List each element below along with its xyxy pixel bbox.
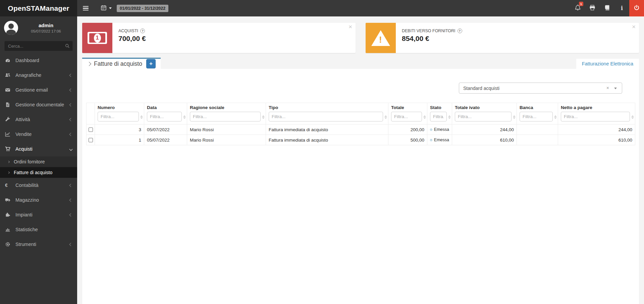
clear-icon[interactable] (606, 85, 609, 91)
caret-down-icon (614, 88, 617, 89)
chevron-left-icon (69, 133, 73, 136)
view-select[interactable]: Standard acquisti (459, 83, 622, 94)
user-panel: admin 05/07/2022 17:06 (0, 16, 77, 38)
info-box-debiti: DEBITI VERSO FORNITORI 854,00 € (366, 23, 639, 53)
sidebar-item-gestione-email[interactable]: Gestione email (0, 83, 77, 97)
manual-button[interactable] (600, 0, 614, 16)
sidebar-item-strumenti[interactable]: Strumenti (0, 237, 77, 252)
sidebar-search (4, 41, 73, 51)
gear-icon (5, 242, 12, 247)
user-datetime: 05/07/2022 17:06 (18, 29, 74, 33)
sidebar-item-label: Statistiche (15, 227, 38, 232)
chevron-right-icon (7, 160, 10, 163)
sidebar-subitem-ordini-fornitore[interactable]: Ordini fornitore (0, 156, 77, 167)
filter-input-netto-a-pagare[interactable] (561, 112, 630, 121)
chevron-left-icon (69, 184, 73, 187)
filter-input-stato[interactable] (430, 112, 447, 121)
table-row[interactable]: 1 05/07/2022 Mario Rossi Fattura immedia… (87, 135, 635, 145)
logout-button[interactable] (629, 0, 644, 16)
select-all-header (87, 103, 95, 124)
close-icon[interactable] (632, 23, 636, 31)
users-icon (5, 72, 12, 78)
help-icon[interactable] (458, 29, 462, 33)
chevron-left-icon (69, 198, 73, 202)
document-icon (5, 102, 12, 107)
chevron-left-icon (69, 118, 73, 121)
column-header-netto-a-pagare[interactable]: Netto a pagare (558, 103, 635, 124)
notifications-button[interactable]: 1 (570, 0, 585, 16)
chevron-left-icon (69, 103, 73, 106)
wrench-icon (5, 117, 12, 122)
tab-fatture-di-acquisto[interactable]: Fatture di acquisto + (82, 58, 161, 69)
search-input[interactable] (4, 41, 73, 51)
fatturazione-elettronica-link[interactable]: Fatturazione Elettronica (582, 61, 633, 66)
filter-input-totale[interactable] (391, 112, 422, 121)
sidebar-item-impianti[interactable]: Impianti (0, 207, 77, 222)
sidebar-item-label: Attività (15, 117, 30, 122)
info-button[interactable] (614, 0, 629, 16)
view-select-value: Standard acquisti (463, 86, 499, 91)
filter-input-totale-ivato[interactable] (455, 112, 512, 121)
add-invoice-button[interactable]: + (146, 59, 156, 68)
warning-icon (366, 23, 396, 53)
sidebar-item-anagrafiche[interactable]: Anagrafiche (0, 68, 77, 83)
app-logo[interactable]: OpenSTAManager (0, 0, 77, 16)
sidebar-subitem-label: Fatture di acquisto (14, 170, 52, 175)
filter-input-tipo[interactable] (269, 112, 383, 121)
clock-icon (430, 138, 432, 142)
sidebar-item-magazzino[interactable]: Magazzino (0, 193, 77, 207)
sidebar-item-attivita[interactable]: Attività (0, 112, 77, 127)
money-bill-icon (82, 23, 112, 53)
row-checkbox[interactable] (89, 128, 93, 132)
euro-icon (5, 183, 12, 188)
sidebar-item-dashboard[interactable]: Dashboard (0, 53, 77, 68)
column-header-data[interactable]: Data (144, 103, 187, 124)
sidebar-item-statistiche[interactable]: Statistiche (0, 222, 77, 237)
filter-input-ragione-sociale[interactable] (190, 112, 261, 121)
caret-down-icon (109, 7, 112, 9)
chevron-left-icon (69, 73, 73, 77)
hamburger-menu-button[interactable] (78, 0, 93, 16)
column-header-stato[interactable]: Stato (427, 103, 452, 124)
envelope-icon (5, 87, 12, 93)
main-content: ACQUISTI 700,00 € DEBITI VERSO FORNITORI… (77, 16, 644, 304)
info-box-value: 700,00 € (118, 35, 146, 43)
invoices-table-wrap: Numero Data Ragione sociale (86, 103, 635, 145)
info-box-label: DEBITI VERSO FORNITORI (402, 29, 455, 33)
sidebar-subitem-fatture-di-acquisto[interactable]: Fatture di acquisto (0, 167, 77, 178)
sidebar-item-label: Gestione documentale (15, 102, 64, 107)
column-header-totale-ivato[interactable]: Totale ivato (452, 103, 517, 124)
chevron-left-icon (69, 88, 73, 92)
column-header-banca[interactable]: Banca (517, 103, 558, 124)
tab-fatturazione-elettronica: Fatturazione Elettronica (576, 59, 639, 69)
help-icon[interactable] (140, 29, 145, 33)
filter-input-banca[interactable] (520, 112, 553, 121)
sidebar-item-acquisti[interactable]: Acquisti (0, 142, 77, 156)
sort-icons (262, 115, 265, 119)
sidebar-item-contabilita[interactable]: Contabilità (0, 178, 77, 193)
column-header-ragione-sociale[interactable]: Ragione sociale (187, 103, 266, 124)
invoices-table: Numero Data Ragione sociale (86, 103, 635, 145)
status-badge: Emessa (430, 126, 449, 133)
filter-input-data[interactable] (147, 112, 182, 121)
filter-input-numero[interactable] (98, 112, 139, 121)
sidebar-item-gestione-documentale[interactable]: Gestione documentale (0, 97, 77, 112)
column-header-tipo[interactable]: Tipo (266, 103, 388, 124)
sort-icons (513, 115, 516, 119)
truck-icon (5, 197, 12, 203)
row-checkbox[interactable] (89, 138, 93, 142)
notification-count-badge: 1 (579, 2, 583, 6)
print-button[interactable] (585, 0, 600, 16)
column-header-totale[interactable]: Totale (388, 103, 427, 124)
user-name: admin (18, 22, 74, 28)
chevron-left-icon (69, 213, 73, 216)
table-row[interactable]: 3 05/07/2022 Mario Rossi Fattura immedia… (87, 124, 635, 135)
calendar-button[interactable] (101, 5, 112, 12)
sidebar-item-label: Contabilità (15, 183, 39, 188)
column-header-numero[interactable]: Numero (95, 103, 144, 124)
sidebar-item-label: Vendite (15, 132, 32, 137)
sidebar-item-label: Magazzino (15, 197, 39, 203)
close-icon[interactable] (348, 23, 352, 31)
bar-chart-icon (5, 227, 12, 232)
sidebar-item-vendite[interactable]: Vendite (0, 127, 77, 142)
